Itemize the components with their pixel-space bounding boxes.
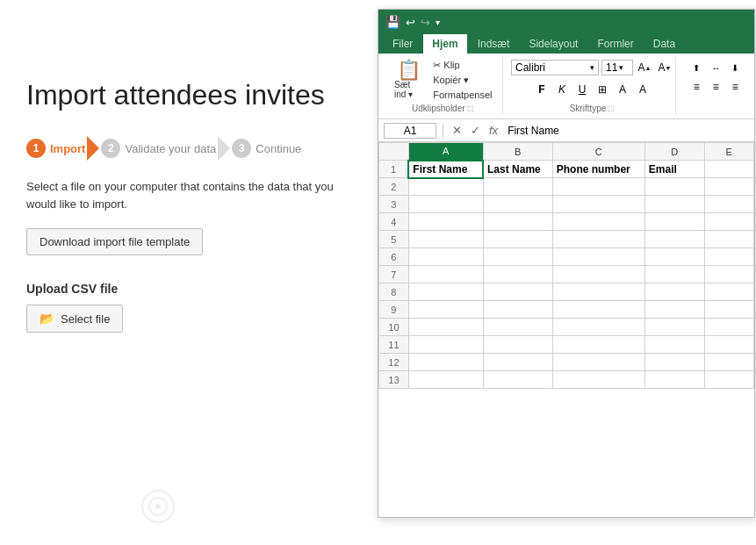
grid-cell[interactable]: Last Name: [483, 161, 552, 178]
clipboard-expand-icon[interactable]: ⬚: [467, 104, 474, 112]
cut-button[interactable]: ✂ Klip: [430, 59, 494, 72]
grid-cell[interactable]: [408, 266, 483, 283]
grid-cell[interactable]: [408, 231, 483, 248]
grid-cell[interactable]: [704, 213, 753, 231]
grid-cell[interactable]: [408, 178, 483, 196]
grid-cell[interactable]: [408, 283, 483, 301]
grid-cell[interactable]: [408, 336, 483, 354]
redo-icon[interactable]: ↪: [421, 16, 430, 29]
grid-cell[interactable]: [704, 248, 753, 266]
font-size-selector[interactable]: 11 ▾: [601, 60, 633, 75]
grid-cell[interactable]: [644, 371, 704, 389]
ribbon-tab-data[interactable]: Data: [644, 34, 684, 54]
increase-font-button[interactable]: A▲: [636, 59, 653, 76]
grid-cell[interactable]: [552, 301, 644, 319]
ribbon-tab-indsaet[interactable]: Indsæt: [469, 34, 519, 54]
download-template-button[interactable]: Download import file template: [26, 228, 203, 255]
grid-cell[interactable]: [704, 161, 753, 178]
table-row[interactable]: 5: [379, 231, 754, 248]
table-row[interactable]: 4: [379, 213, 754, 231]
grid-cell[interactable]: [552, 178, 644, 196]
grid-cell[interactable]: [704, 283, 753, 301]
save-icon[interactable]: 💾: [385, 15, 400, 29]
col-header-a[interactable]: A: [408, 143, 483, 161]
table-row[interactable]: 13: [379, 371, 754, 389]
underline-button[interactable]: U: [573, 81, 591, 98]
align-center-button[interactable]: ≡: [707, 78, 724, 96]
grid-cell[interactable]: [483, 248, 552, 266]
grid-cell[interactable]: [483, 283, 552, 301]
grid-cell[interactable]: [644, 196, 704, 213]
table-row[interactable]: 8: [379, 283, 754, 301]
grid-cell[interactable]: [644, 301, 704, 319]
grid-cell[interactable]: [408, 213, 483, 231]
grid-cell[interactable]: [483, 336, 552, 354]
step-2[interactable]: 2 Validate your data: [101, 139, 216, 158]
grid-cell[interactable]: [552, 319, 644, 336]
grid-cell[interactable]: [704, 319, 753, 336]
grid-cell[interactable]: [483, 371, 552, 389]
table-row[interactable]: 2: [379, 178, 754, 196]
select-file-button[interactable]: 📂 Select file: [26, 305, 123, 333]
grid-cell[interactable]: First Name: [408, 161, 483, 178]
step-3[interactable]: 3 Continue: [232, 139, 301, 158]
grid-cell[interactable]: [408, 319, 483, 336]
cancel-formula-button[interactable]: ✕: [450, 124, 464, 137]
grid-cell[interactable]: [552, 266, 644, 283]
grid-cell[interactable]: [552, 248, 644, 266]
undo-icon[interactable]: ↩: [406, 16, 415, 29]
grid-cell[interactable]: [552, 354, 644, 371]
copy-button[interactable]: Kopiér ▾: [430, 74, 494, 87]
grid-cell[interactable]: [704, 231, 753, 248]
grid-cell[interactable]: [483, 231, 552, 248]
bold-button[interactable]: F: [533, 81, 551, 98]
grid-cell[interactable]: Email: [644, 161, 704, 178]
grid-cell[interactable]: [483, 266, 552, 283]
grid-cell[interactable]: [408, 301, 483, 319]
grid-cell[interactable]: [644, 283, 704, 301]
grid-cell[interactable]: [552, 196, 644, 213]
col-header-b[interactable]: B: [483, 143, 552, 161]
grid-cell[interactable]: [552, 371, 644, 389]
ribbon-tab-hjem[interactable]: Hjem: [423, 34, 466, 54]
table-row[interactable]: 7: [379, 266, 754, 283]
table-row[interactable]: 3: [379, 196, 754, 213]
grid-cell[interactable]: [644, 248, 704, 266]
grid-cell[interactable]: [704, 371, 753, 389]
grid-cell[interactable]: [704, 178, 753, 196]
grid-cell[interactable]: [483, 301, 552, 319]
grid-cell[interactable]: [704, 301, 753, 319]
grid-cell[interactable]: [552, 213, 644, 231]
font-expand-icon[interactable]: ⬚: [608, 104, 615, 112]
grid-cell[interactable]: Phone number: [552, 161, 644, 178]
font-color-button[interactable]: A: [634, 81, 652, 98]
grid-cell[interactable]: [644, 266, 704, 283]
decrease-font-button[interactable]: A▼: [656, 59, 673, 76]
table-row[interactable]: 1First NameLast NamePhone numberEmail: [379, 161, 754, 178]
grid-cell[interactable]: [644, 336, 704, 354]
ribbon-tab-formler[interactable]: Formler: [588, 34, 642, 54]
step-1[interactable]: 1 Import: [26, 139, 85, 158]
grid-cell[interactable]: [704, 354, 753, 371]
grid-cell[interactable]: [704, 336, 753, 354]
grid-cell[interactable]: [483, 213, 552, 231]
grid-cell[interactable]: [704, 196, 753, 213]
border-button[interactable]: ⊞: [594, 81, 611, 98]
grid-cell[interactable]: [408, 354, 483, 371]
table-row[interactable]: 11: [379, 336, 754, 354]
grid-cell[interactable]: [408, 248, 483, 266]
grid-cell[interactable]: [552, 336, 644, 354]
align-top-button[interactable]: ⬆: [688, 59, 705, 76]
grid-cell[interactable]: [644, 178, 704, 196]
col-header-e[interactable]: E: [704, 143, 753, 161]
grid-cell[interactable]: [552, 283, 644, 301]
grid-cell[interactable]: [408, 196, 483, 213]
align-right-button[interactable]: ≡: [726, 78, 744, 96]
align-bottom-button[interactable]: ⬇: [726, 59, 744, 76]
grid-cell[interactable]: [644, 354, 704, 371]
cell-reference-box[interactable]: A1: [384, 123, 436, 139]
format-painter-button[interactable]: Formatpensel: [430, 89, 494, 101]
col-header-d[interactable]: D: [644, 143, 704, 161]
table-row[interactable]: 10: [379, 319, 754, 336]
grid-cell[interactable]: [483, 319, 552, 336]
